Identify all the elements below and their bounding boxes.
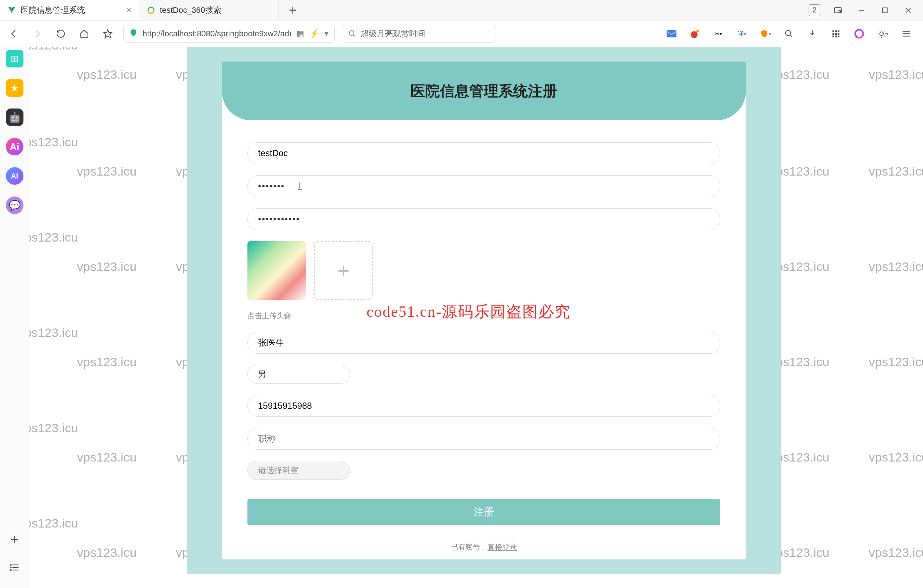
- login-link-row: 已有账号，直接登录: [248, 542, 720, 552]
- scissors-icon[interactable]: ✂▾: [712, 27, 725, 40]
- register-header: 医院信息管理系统注册: [222, 62, 746, 120]
- pip-icon[interactable]: [832, 4, 844, 16]
- favorite-button[interactable]: [100, 26, 116, 42]
- minimize-icon[interactable]: [856, 4, 867, 16]
- svg-rect-3: [838, 10, 841, 12]
- tab-testdoc-search[interactable]: testDoc_360搜索: [139, 0, 279, 20]
- register-card: 医院信息管理系统注册 •••••••𝙸 ••••••••••• + 点击上传头像: [222, 62, 746, 559]
- register-button-label: 注册: [474, 505, 494, 519]
- search-icon: [348, 30, 356, 38]
- download-icon[interactable]: [806, 27, 819, 40]
- svg-rect-20: [835, 33, 837, 35]
- apps-grid-icon[interactable]: [829, 27, 843, 40]
- home-button[interactable]: [76, 26, 92, 42]
- phone-input[interactable]: [248, 395, 720, 417]
- confirm-password-value: •••••••••••: [258, 214, 300, 224]
- url-input[interactable]: http://localhost:8080/springboote9xw2/ad…: [123, 25, 335, 43]
- sidebar-app-ai2[interactable]: AI: [6, 167, 23, 185]
- tab-count-badge[interactable]: 2: [809, 4, 820, 16]
- doctor-name-input[interactable]: [248, 332, 720, 354]
- tab-hospital-system[interactable]: 医院信息管理系统 ×: [0, 0, 139, 20]
- svg-rect-17: [835, 30, 837, 32]
- svg-point-35: [10, 567, 11, 568]
- tab-title: testDoc_360搜索: [160, 5, 222, 16]
- phone-value[interactable]: [258, 401, 709, 411]
- left-sidebar: ⊞ ★ 🤖 Ai AI 💬 +: [0, 47, 30, 588]
- sidebar-app-ai[interactable]: Ai: [6, 138, 23, 155]
- register-panel: 医院信息管理系统注册 •••••••𝙸 ••••••••••• + 点击上传头像: [187, 47, 781, 574]
- svg-point-9: [349, 31, 354, 36]
- security-shield-icon: [130, 29, 138, 39]
- mail-icon[interactable]: [665, 27, 678, 40]
- close-window-icon[interactable]: [902, 4, 914, 16]
- gender-select[interactable]: 男: [248, 365, 350, 384]
- avatar-row: +: [248, 241, 720, 300]
- sidebar-app-bot[interactable]: 🤖: [6, 108, 23, 126]
- sidebar-list[interactable]: [6, 558, 23, 576]
- svg-line-10: [353, 35, 355, 37]
- weibo-icon[interactable]: [688, 27, 701, 40]
- svg-point-36: [10, 570, 11, 570]
- svg-rect-11: [667, 30, 677, 38]
- new-tab-button[interactable]: +: [279, 3, 307, 18]
- maximize-icon[interactable]: [879, 4, 891, 16]
- title-value[interactable]: [258, 434, 709, 444]
- browser-chrome: 登录账号 医院信息管理系统 × testDoc_360搜索 + 2: [0, 0, 923, 47]
- menu-icon[interactable]: [900, 27, 913, 40]
- sidebar-app-star[interactable]: ★: [6, 79, 23, 97]
- svg-point-27: [880, 32, 884, 36]
- reload-button[interactable]: [53, 26, 69, 42]
- vue-favicon-icon: [7, 6, 16, 15]
- gender-value: 男: [258, 369, 266, 380]
- svg-rect-23: [835, 36, 837, 38]
- username-value[interactable]: [258, 148, 709, 158]
- svg-rect-5: [882, 8, 887, 13]
- svg-rect-24: [838, 36, 839, 38]
- password-value: •••••••: [258, 181, 285, 191]
- svg-marker-8: [104, 30, 112, 38]
- department-placeholder: 请选择科室: [258, 465, 298, 476]
- window-controls: 2: [809, 4, 923, 16]
- 360-favicon-icon: [147, 6, 155, 15]
- register-form: •••••••𝙸 ••••••••••• + 点击上传头像 男: [222, 120, 746, 552]
- speed-icon[interactable]: ⚡: [309, 29, 319, 38]
- address-bar: http://localhost:8080/springboote9xw2/ad…: [0, 21, 923, 47]
- avatar-preview[interactable]: [248, 241, 306, 300]
- register-button[interactable]: 注册: [248, 499, 720, 525]
- sidebar-add[interactable]: +: [6, 531, 23, 549]
- search-input[interactable]: 超级月亮观赏时间: [342, 25, 496, 43]
- text-cursor: [285, 181, 285, 191]
- sidebar-app-chat[interactable]: 💬: [6, 197, 23, 214]
- avatar-hint: 点击上传头像: [248, 311, 720, 321]
- search-placeholder: 超级月亮观赏时间: [361, 28, 425, 39]
- avatar-upload-button[interactable]: +: [314, 241, 373, 300]
- tab-title: 医院信息管理系统: [21, 5, 85, 16]
- title-input[interactable]: [248, 428, 720, 450]
- sidebar-app-1[interactable]: ⊞: [6, 50, 23, 67]
- password-input[interactable]: •••••••𝙸: [248, 175, 720, 197]
- doctor-name-value[interactable]: [258, 338, 709, 348]
- qr-icon[interactable]: ▦: [297, 29, 304, 38]
- chevron-down-icon[interactable]: ▾: [324, 29, 328, 38]
- url-text: http://localhost:8080/springboote9xw2/ad…: [143, 29, 291, 38]
- username-input[interactable]: [248, 142, 720, 164]
- svg-point-14: [785, 30, 791, 36]
- colorful-circle-icon[interactable]: [852, 27, 866, 40]
- login-prompt: 已有账号，: [451, 543, 488, 551]
- forward-button[interactable]: [30, 26, 46, 42]
- shield-orange-icon[interactable]: ▾: [759, 27, 772, 40]
- svg-rect-21: [838, 33, 839, 35]
- close-icon[interactable]: ×: [126, 4, 131, 16]
- svg-point-12: [691, 31, 698, 38]
- back-button[interactable]: [6, 26, 22, 42]
- svg-point-13: [696, 30, 699, 33]
- register-title: 医院信息管理系统注册: [411, 81, 557, 101]
- ibeam-cursor-icon: 𝙸: [296, 181, 304, 192]
- svg-rect-18: [838, 30, 839, 32]
- theme-icon[interactable]: ▾: [876, 27, 889, 40]
- login-link[interactable]: 直接登录: [488, 543, 517, 551]
- department-select[interactable]: 请选择科室: [248, 461, 350, 480]
- confirm-password-input[interactable]: •••••••••••: [248, 208, 720, 230]
- translate-icon[interactable]: 译▾: [735, 27, 749, 40]
- search-toolbar-icon[interactable]: [782, 27, 795, 40]
